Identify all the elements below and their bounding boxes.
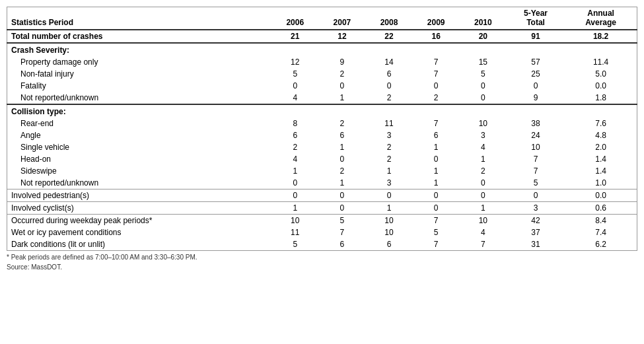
statistics-table: Statistics Period 2006 2007 2008 2009 20… <box>7 7 637 251</box>
table-row: Sideswipe 1 2 1 1 2 7 1.4 <box>7 165 637 177</box>
total-crashes-2007: 12 <box>318 30 365 43</box>
row-label: Sideswipe <box>7 165 272 177</box>
col-header-period: Statistics Period <box>7 7 272 30</box>
col-header-2008: 2008 <box>365 7 412 30</box>
row-label: Occurred during weekday peak periods* <box>7 215 272 227</box>
crash-severity-header: Crash Severity: <box>7 43 637 56</box>
total-crashes-label: Total number of crashes <box>7 30 272 43</box>
table-row: Head-on 4 0 2 0 1 7 1.4 <box>7 153 637 165</box>
col-header-annual: AnnualAverage <box>565 7 637 30</box>
collision-type-header: Collision type: <box>7 104 637 118</box>
row-label: Single vehicle <box>7 141 272 153</box>
row-label: Angle <box>7 129 272 141</box>
col-header-5year: 5-YearTotal <box>507 7 565 30</box>
footnote-1: * Peak periods are defined as 7:00–10:00… <box>7 254 637 261</box>
table-row: Fatality 0 0 0 0 0 0 0.0 <box>7 80 637 92</box>
row-label: Dark conditions (lit or unlit) <box>7 238 272 251</box>
table-row: Single vehicle 2 1 2 1 4 10 2.0 <box>7 141 637 153</box>
row-label: Not reported/unknown <box>7 177 272 189</box>
total-crashes-total: 91 <box>507 30 565 43</box>
row-label: Involved cyclist(s) <box>7 202 272 215</box>
col-header-2007: 2007 <box>318 7 365 30</box>
total-crashes-row: Total number of crashes 21 12 22 16 20 9… <box>7 30 637 43</box>
row-label: Property damage only <box>7 56 272 68</box>
row-label: Fatality <box>7 80 272 92</box>
col-header-2010: 2010 <box>460 7 507 30</box>
table-row: Involved pedestrian(s) 0 0 0 0 0 0 0.0 <box>7 189 637 202</box>
footnotes: * Peak periods are defined as 7:00–10:00… <box>7 254 637 271</box>
total-crashes-2008: 22 <box>365 30 412 43</box>
table-row: Rear-end 8 2 11 7 10 38 7.6 <box>7 118 637 129</box>
col-header-2006: 2006 <box>271 7 318 30</box>
table-row: Occurred during weekday peak periods* 10… <box>7 215 637 227</box>
table-row: Involved cyclist(s) 1 0 1 0 1 3 0.6 <box>7 202 637 215</box>
col-header-2009: 2009 <box>413 7 460 30</box>
footnote-2: Source: MassDOT. <box>7 263 637 271</box>
row-label: Head-on <box>7 153 272 165</box>
table-row: Angle 6 6 3 6 3 24 4.8 <box>7 129 637 141</box>
table-row: Property damage only 12 9 14 7 15 57 11.… <box>7 56 637 68</box>
table-row: Not reported/unknown 0 1 3 1 0 5 1.0 <box>7 177 637 189</box>
table-row: Non-fatal injury 5 2 6 7 5 25 5.0 <box>7 68 637 80</box>
row-label: Not reported/unknown <box>7 92 272 104</box>
row-label: Rear-end <box>7 118 272 129</box>
total-crashes-avg: 18.2 <box>565 30 637 43</box>
collision-type-header-row: Collision type: <box>7 104 637 118</box>
crash-severity-header-row: Crash Severity: <box>7 43 637 56</box>
total-crashes-2009: 16 <box>413 30 460 43</box>
row-label: Involved pedestrian(s) <box>7 189 272 202</box>
total-crashes-2006: 21 <box>271 30 318 43</box>
table-row: Dark conditions (lit or unlit) 5 6 6 7 7… <box>7 238 637 251</box>
total-crashes-2010: 20 <box>460 30 507 43</box>
table-row: Wet or icy pavement conditions 11 7 10 5… <box>7 226 637 238</box>
table-row: Not reported/unknown 4 1 2 2 0 9 1.8 <box>7 92 637 104</box>
row-label: Wet or icy pavement conditions <box>7 226 272 238</box>
row-label: Non-fatal injury <box>7 68 272 80</box>
